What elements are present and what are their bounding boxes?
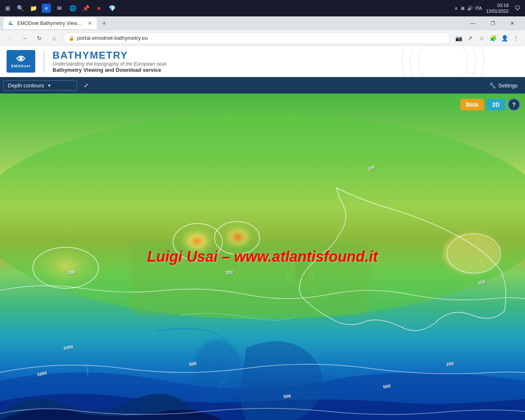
logo-eye-icon: 👁 — [11, 55, 31, 64]
share-icon[interactable]: ↗ — [465, 33, 475, 43]
chrome-icon[interactable]: ● — [94, 4, 103, 13]
address-bar: ← → ↻ ⌂ 🔒 portal.emodnet-bathymetry.eu 📷… — [0, 30, 525, 46]
map-container: 100 200 200 100 1000 500 1000 200 500 50… — [0, 94, 525, 420]
maximize-button[interactable]: ❐ — [483, 16, 502, 30]
bathymetry-map — [0, 94, 525, 420]
diamond-icon[interactable]: 💎 — [107, 4, 116, 13]
clock[interactable]: 03:18 13/01/2022 — [486, 2, 509, 14]
contour-label-500-bottom: 500 — [283, 394, 291, 399]
system-tray: ∧ 🖥 🔊 ITA — [454, 6, 482, 11]
window-controls: — ❐ ✕ — [463, 16, 522, 30]
site-service: Bathymetry Viewing and Download service — [52, 67, 167, 73]
menu-icon[interactable]: ⋮ — [511, 33, 521, 43]
settings-button[interactable]: 🔧 Settings — [485, 81, 522, 90]
help-button[interactable]: ? — [508, 98, 520, 111]
layer-dropdown[interactable]: Depth contours ▼ — [3, 80, 77, 91]
minimize-button[interactable]: — — [463, 16, 482, 30]
logo-divider — [43, 51, 44, 72]
tab-title: EMODnet Bathymetry Viewing a... — [17, 21, 83, 26]
svg-rect-9 — [295, 256, 308, 278]
url-bar[interactable]: 🔒 portal.emodnet-bathymetry.eu — [63, 32, 450, 44]
site-header: 👁 EMODnet BATHYMETRY Understanding the t… — [0, 46, 525, 77]
logo-name: EMODnet — [11, 64, 31, 68]
contour-label-200-center: 200 — [226, 269, 233, 275]
site-title: BATHYMETRY — [52, 50, 167, 61]
new-tab-button[interactable]: + — [98, 18, 110, 29]
language-indicator: ITA — [475, 6, 482, 11]
emodnet-logo: 👁 EMODnet — [7, 50, 35, 73]
secure-icon: 🔒 — [68, 35, 75, 41]
beta-button[interactable]: Beta — [460, 99, 484, 110]
browser-tab-active[interactable]: 🌊 EMODnet Bathymetry Viewing a... ✕ — [3, 18, 97, 29]
contour-label-500-center: 500 — [189, 361, 197, 366]
notification-icon[interactable]: 🗨 — [513, 4, 522, 13]
world-icon[interactable]: 🌐 — [68, 4, 77, 13]
home-button[interactable]: ⌂ — [48, 32, 60, 44]
svg-point-2 — [29, 243, 103, 288]
profile-icon[interactable]: 👤 — [500, 33, 509, 43]
back-button[interactable]: ← — [4, 32, 16, 44]
map-toolbar: Depth contours ▼ ⤢ 🔧 Settings — [0, 77, 525, 94]
logo-area: 👁 EMODnet BATHYMETRY Understanding the t… — [7, 50, 167, 73]
file-explorer-icon[interactable]: 📁 — [29, 4, 38, 13]
mail-icon[interactable]: ✉ — [55, 4, 64, 13]
expand-map-button[interactable]: ⤢ — [80, 80, 92, 91]
time-display: 03:18 — [486, 2, 509, 8]
date-display: 13/01/2022 — [486, 8, 509, 14]
address-bar-actions: 📷 ↗ ☆ 🧩 👤 ⋮ — [454, 33, 521, 43]
site-title-area: BATHYMETRY Understanding the topography … — [52, 50, 167, 73]
contour-label-200-left: 200 — [68, 269, 76, 275]
taskbar: ⊞ 🔍 📁 e ✉ 🌐 📌 ● 💎 ∧ 🖥 🔊 ITA 03:18 13/01/… — [0, 0, 525, 16]
taskbar-right: ∧ 🖥 🔊 ITA 03:18 13/01/2022 🗨 — [454, 2, 522, 14]
edge-icon[interactable]: e — [42, 4, 51, 13]
pin-icon[interactable]: 📌 — [81, 4, 90, 13]
toolbar-right: 🔧 Settings — [485, 81, 522, 90]
refresh-button[interactable]: ↻ — [34, 32, 45, 44]
url-text: portal.emodnet-bathymetry.eu — [77, 35, 445, 41]
svg-point-5 — [221, 224, 254, 250]
bookmark-icon[interactable]: ☆ — [477, 33, 486, 43]
forward-button[interactable]: → — [19, 32, 30, 44]
map-buttons: Beta 2D ? — [460, 98, 520, 111]
expand-tray-icon[interactable]: ∧ — [454, 6, 458, 11]
dropdown-arrow-icon: ▼ — [47, 83, 51, 88]
extensions-puzzle-icon[interactable]: 🧩 — [488, 33, 498, 43]
site-subtitle: Understanding the topography of the Euro… — [52, 61, 167, 67]
settings-label: Settings — [498, 82, 518, 89]
browser-window: 🌊 EMODnet Bathymetry Viewing a... ✕ + — … — [0, 16, 525, 420]
title-bar: 🌊 EMODnet Bathymetry Viewing a... ✕ + — … — [0, 16, 525, 30]
start-button[interactable]: ⊞ — [3, 4, 12, 13]
svg-point-4 — [178, 227, 215, 256]
view-2d-button[interactable]: 2D — [486, 99, 505, 110]
screenshot-icon[interactable]: 📷 — [454, 33, 463, 43]
search-icon[interactable]: 🔍 — [16, 4, 25, 13]
tab-close-button[interactable]: ✕ — [88, 21, 92, 26]
taskbar-icons: 🔍 📁 e ✉ 🌐 📌 ● 💎 — [16, 4, 116, 13]
settings-wrench-icon: 🔧 — [489, 82, 496, 89]
contour-label-200-right: 200 — [446, 361, 454, 366]
taskbar-left: ⊞ 🔍 📁 e ✉ 🌐 📌 ● 💎 — [3, 4, 116, 13]
monitor-icon[interactable]: 🖥 — [460, 6, 465, 11]
close-window-button[interactable]: ✕ — [503, 16, 522, 30]
layer-label: Depth contours — [8, 82, 44, 89]
volume-icon[interactable]: 🔊 — [467, 6, 473, 11]
tab-favicon: 🌊 — [8, 21, 14, 26]
svg-rect-3 — [131, 241, 369, 315]
